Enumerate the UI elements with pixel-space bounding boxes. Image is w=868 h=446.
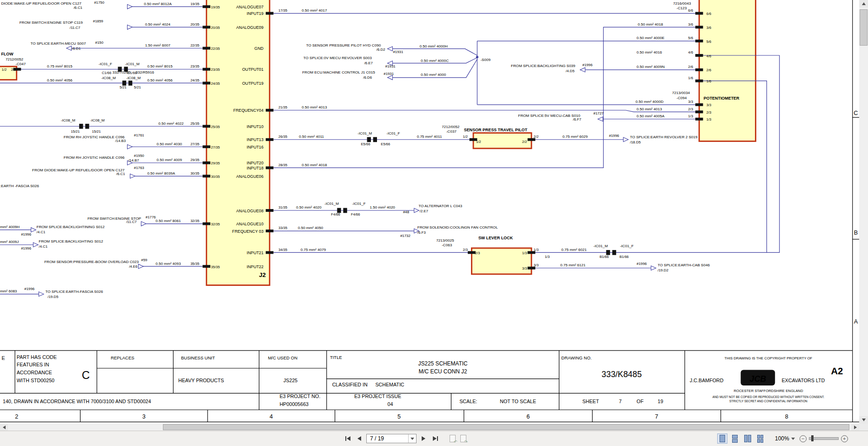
cross-ref-link[interactable]: #1727 (593, 111, 604, 115)
cross-ref-link[interactable]: #1996 (24, 287, 34, 291)
label: 7213/0025 (436, 238, 454, 243)
previous-view-button[interactable] (448, 434, 457, 443)
pin-marker (202, 81, 210, 84)
label: -C094 (676, 96, 687, 100)
pin-number: 2/3 (463, 248, 468, 252)
pin-number: 2/6 (707, 68, 712, 72)
zoom-out-button[interactable] (800, 435, 807, 442)
pin-number: 15/21 (92, 130, 101, 134)
label: 7216/0043 (673, 1, 691, 6)
page-combobox-dropdown[interactable] (408, 434, 416, 443)
cross-ref-link[interactable]: #1931 (385, 64, 396, 68)
cross-ref-link[interactable]: #1763 (134, 166, 144, 170)
titleblock-text: WITH STD00250 (17, 378, 54, 383)
next-page-button[interactable] (419, 433, 428, 444)
label: -IC01_M (357, 131, 372, 135)
cross-ref-link[interactable]: #1996 (21, 232, 31, 237)
pin-number: 19/35 (190, 2, 199, 6)
zoom-slider-thumb[interactable] (811, 435, 814, 441)
cross-ref-link[interactable]: #48 (403, 210, 410, 214)
cross-ref-link[interactable]: #150 (95, 41, 104, 45)
zoom-in-button[interactable] (841, 435, 848, 442)
zoom-level-combobox[interactable]: 100% (773, 434, 797, 443)
cross-ref-link[interactable]: #1996 (582, 63, 592, 67)
label: 7213/0034 (672, 91, 690, 95)
sheet-ref: /6.D6 (363, 75, 372, 80)
block-title: FLOW (1, 52, 13, 56)
label: DIODE:WAKE-UP REFUEL/DOOR OPEN C127 (1, 1, 81, 6)
pin-name: INPUT10 (247, 124, 263, 129)
cross-ref-link[interactable]: #1859 (93, 19, 103, 23)
wire-label: 0.50 mm² 4024 (145, 22, 171, 27)
titleblock-header: BUSINESS UNIT (181, 355, 215, 360)
vertical-scrollbar[interactable] (859, 0, 868, 424)
pin-marker (202, 145, 210, 148)
scroll-up-button[interactable] (859, 0, 868, 7)
zoom-slider[interactable] (809, 437, 839, 440)
two-page-view-button[interactable] (742, 433, 753, 444)
pin-number: 5/6 (707, 40, 712, 44)
previous-page-button[interactable] (355, 433, 364, 444)
sheet-ref: /14.B7 (128, 158, 139, 162)
cross-ref-link[interactable]: #59 (141, 258, 147, 262)
inline-connector (85, 124, 89, 129)
horizontal-scrollbar[interactable] (0, 424, 859, 431)
continuation-arrow (138, 264, 143, 269)
wire (274, 110, 695, 112)
label: 332/T0260 (112, 70, 130, 74)
pin-number: 26/35 (278, 135, 287, 139)
cross-ref-link[interactable]: #1996 (637, 262, 647, 266)
sheet-size: A2 (831, 366, 843, 376)
cross-ref-link[interactable]: #1761 (134, 133, 144, 137)
inline-connector (79, 124, 83, 129)
pin-number: 20/35 (190, 22, 199, 27)
two-page-continuous-view-button[interactable] (755, 433, 765, 444)
cross-ref-link[interactable]: #1750 (94, 0, 104, 5)
pin-marker (202, 175, 210, 177)
pin-number: 2/3 (707, 110, 712, 115)
chevron-down-icon (791, 438, 795, 440)
last-page-button[interactable] (431, 433, 440, 444)
horizontal-scroll-thumb[interactable] (163, 424, 849, 430)
single-page-view-button[interactable] (717, 433, 727, 444)
pin-name: INPUT18 (247, 166, 263, 170)
wire-label: 0.50 mm² 4022 (158, 122, 184, 126)
pin-number: 5/6 (688, 36, 693, 40)
pin-number: 6/6 (707, 12, 712, 16)
sheet-ref: /18.D5 (630, 140, 641, 144)
vertical-scroll-thumb[interactable] (860, 9, 868, 46)
wire-label: 0.50 mm² 4050 (298, 226, 323, 230)
first-page-button[interactable] (343, 433, 352, 444)
cross-ref-link[interactable]: #1950 (134, 154, 144, 158)
inline-connector (367, 137, 371, 142)
cross-ref-link[interactable]: #1732 (400, 234, 410, 238)
titleblock-header: TITLE (330, 355, 342, 360)
scroll-left-button[interactable] (0, 424, 8, 431)
cross-ref-link[interactable]: #1776 (146, 215, 156, 219)
wire-label: 0.75 mm² 4079 (301, 248, 326, 252)
label: -S009 (480, 58, 491, 62)
cross-ref-link[interactable]: #1931 (393, 50, 403, 54)
page-number-combobox[interactable]: 7 / 19 (366, 434, 417, 443)
pin-number: 23/35 (190, 64, 199, 68)
sheet-ref: /11.C7 (70, 26, 81, 30)
wire-label: 0.50 mm² 4005A (637, 114, 665, 118)
titleblock-text: PART HAS CODE (17, 354, 57, 360)
pin-number: 32/35 (190, 219, 199, 223)
title-text: M/C ECU CONN J2 (418, 368, 467, 375)
titleblock-text: FEATURES IN (17, 362, 49, 367)
pin-number: 6/6 (688, 8, 693, 13)
continuous-view-button[interactable] (730, 433, 740, 444)
cross-ref-link[interactable]: #1996 (609, 134, 619, 138)
sheet-ref: /4.D5 (566, 69, 575, 73)
scroll-down-button[interactable] (859, 416, 868, 424)
next-view-button[interactable] (459, 434, 467, 443)
titleblock-text: SCALE: (459, 399, 477, 404)
cross-ref-link[interactable]: #1996 (21, 246, 31, 250)
scroll-right-button[interactable] (851, 424, 859, 431)
cross-ref-link[interactable]: #1931 (384, 72, 394, 76)
titleblock-text: EXCAVATORS LTD (781, 378, 825, 383)
label: FROM SWITCH:ENGINE STOP C119 (20, 20, 83, 25)
label: -IC01_F (352, 202, 365, 206)
continuation-arrow (39, 292, 44, 297)
